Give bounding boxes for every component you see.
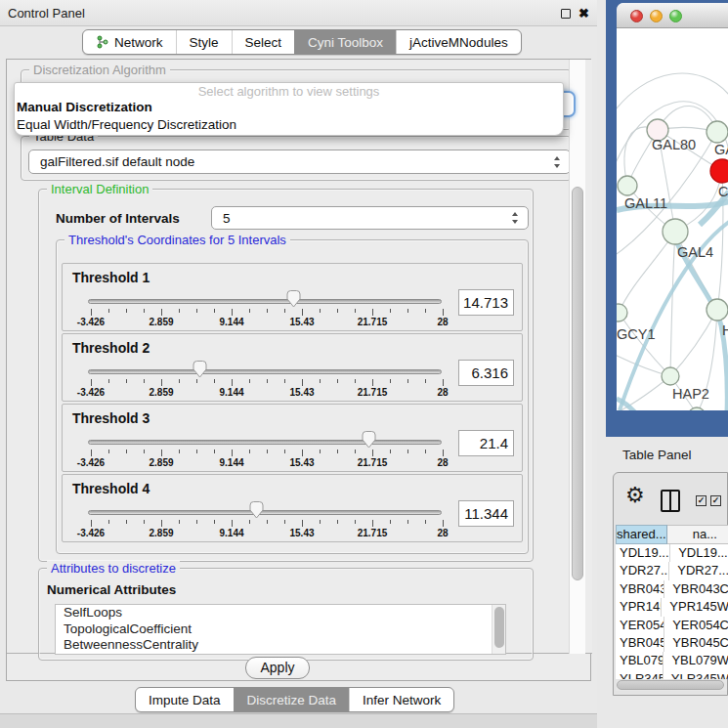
threshold-value-field[interactable]: 6.316 xyxy=(458,360,514,386)
table-horizontal-scrollbar[interactable] xyxy=(616,679,727,691)
cell-shared-name[interactable]: YBR043C xyxy=(616,580,664,598)
top-tab-bar: NetworkStyleSelectCyni ToolboxjActiveMNo… xyxy=(82,29,522,55)
checkbox-icon[interactable]: ✓ xyxy=(710,495,721,506)
threshold-slider-thumb[interactable] xyxy=(286,290,301,308)
tick-mark xyxy=(144,450,145,453)
cell-name[interactable]: YBL079W xyxy=(664,652,728,669)
numerical-attributes-list[interactable]: SelfLoopsTopologicalCoefficientBetweenne… xyxy=(55,604,506,655)
cell-shared-name[interactable]: YDL19... xyxy=(616,544,670,562)
table-row[interactable]: YBR045CYBR045C xyxy=(616,634,728,652)
tick-label: 28 xyxy=(437,317,448,327)
threshold-slider-thumb[interactable] xyxy=(193,361,207,378)
tick-mark xyxy=(108,520,109,524)
tab-infer-network[interactable]: Infer Network xyxy=(349,688,453,711)
table-row[interactable]: YPR145WYPR145W xyxy=(616,598,728,616)
cell-name[interactable]: YER054C xyxy=(664,617,728,634)
threshold-coordinates-group-title: Threshold's Coordinates for 5 Intervals xyxy=(64,233,290,247)
attribute-list-scrollbar[interactable] xyxy=(492,605,506,654)
cell-name[interactable]: YPR145W xyxy=(662,598,728,616)
cell-name[interactable]: YDL19... xyxy=(670,544,728,562)
control-panel-titlebar: Control Panel ✖ xyxy=(0,0,597,26)
scrollbar-thumb[interactable] xyxy=(617,680,724,690)
scrollbar-thumb[interactable] xyxy=(572,187,583,580)
network-node-red[interactable] xyxy=(710,159,728,183)
tab-jactivemnodules[interactable]: jActiveMNodules xyxy=(396,30,521,54)
minimize-traffic-light[interactable] xyxy=(650,10,663,22)
column-header-shared-name[interactable]: shared... xyxy=(616,525,667,544)
threshold-label: Threshold 1 xyxy=(72,270,150,285)
cell-shared-name[interactable]: YPR145W xyxy=(616,598,662,616)
attribute-list-item[interactable]: SelfLoops xyxy=(56,605,505,621)
network-edge[interactable] xyxy=(670,310,717,376)
apply-button[interactable]: Apply xyxy=(245,657,310,679)
checkbox-icon[interactable]: ✓ xyxy=(696,495,707,506)
tab-style[interactable]: Style xyxy=(176,30,232,54)
threshold-value-field[interactable]: 14.713 xyxy=(458,289,514,316)
close-icon[interactable]: ✖ xyxy=(578,0,589,26)
table-row[interactable]: YBR043CYBR043C xyxy=(616,580,728,598)
table-row[interactable]: YBL079WYBL079W xyxy=(616,652,728,669)
combo-arrows-icon xyxy=(512,212,519,224)
column-header-name[interactable]: na... xyxy=(667,525,728,544)
table-row[interactable]: YER054CYER054C xyxy=(616,617,728,634)
network-node-green[interactable] xyxy=(618,176,637,195)
threshold-value-field[interactable]: 11.344 xyxy=(458,500,514,527)
table-row[interactable]: YDR27...YDR27... xyxy=(616,562,728,579)
threshold-slider-track[interactable] xyxy=(88,369,442,374)
table-data-combo[interactable]: galFiltered.sif default node xyxy=(28,150,571,174)
network-canvas[interactable]: GAL80GACGAL11GAL4GCY1HHAP2 xyxy=(617,28,728,410)
tick-mark xyxy=(267,520,268,524)
network-node-green[interactable] xyxy=(663,219,688,244)
network-window: GAL80GACGAL11GAL4GCY1HHAP2 xyxy=(606,0,728,437)
threshold-slider-thumb[interactable] xyxy=(249,501,264,519)
number-of-intervals-value: 5 xyxy=(223,207,231,230)
settings-vertical-scrollbar[interactable] xyxy=(569,60,585,654)
cell-name[interactable]: YBR043C xyxy=(664,580,728,598)
network-node-green[interactable] xyxy=(707,121,728,143)
attribute-list-item[interactable]: BetweennessCentrality xyxy=(56,637,505,654)
tab-discretize-data[interactable]: Discretize Data xyxy=(234,688,350,711)
tab-network[interactable]: Network xyxy=(83,30,176,54)
window-title: Control Panel xyxy=(8,0,85,26)
tab-cyni-toolbox[interactable]: Cyni Toolbox xyxy=(294,30,396,54)
threshold-slider-track[interactable] xyxy=(88,510,442,515)
zoom-traffic-light[interactable] xyxy=(669,10,682,22)
threshold-slider-track[interactable] xyxy=(88,299,442,304)
popup-option[interactable]: Manual Discretization xyxy=(15,99,563,116)
tick-mark xyxy=(390,379,391,383)
tab-select[interactable]: Select xyxy=(232,30,295,54)
close-traffic-light[interactable] xyxy=(630,10,643,22)
cell-shared-name[interactable]: YLR345W xyxy=(616,670,664,679)
cell-shared-name[interactable]: YBL079W xyxy=(616,652,664,669)
node-label: GCY1 xyxy=(617,326,656,342)
cell-name[interactable]: YLR345W xyxy=(664,670,728,679)
number-of-intervals-combo[interactable]: 5 xyxy=(211,206,529,230)
threshold-slider-thumb[interactable] xyxy=(362,431,376,449)
network-edge[interactable] xyxy=(617,73,728,116)
cell-shared-name[interactable]: YER054C xyxy=(616,617,664,634)
network-node-green[interactable] xyxy=(707,299,728,321)
cell-shared-name[interactable]: YBR045C xyxy=(616,634,664,652)
table-row[interactable]: YDL19...YDL19... xyxy=(616,544,728,562)
float-window-icon[interactable] xyxy=(561,9,571,19)
tab-impute-data[interactable]: Impute Data xyxy=(136,688,234,711)
network-node-green[interactable] xyxy=(688,407,706,410)
split-column-icon[interactable] xyxy=(661,490,680,512)
cell-name[interactable]: YDR27... xyxy=(669,562,728,579)
cell-shared-name[interactable]: YDR27... xyxy=(616,562,669,579)
network-edge[interactable] xyxy=(670,232,675,376)
scrollbar-thumb[interactable] xyxy=(494,607,504,648)
threshold-slider-track[interactable] xyxy=(88,440,442,445)
tick-mark xyxy=(196,520,197,524)
network-window-titlebar[interactable] xyxy=(617,3,728,28)
table-row[interactable]: YLR345WYLR345W xyxy=(616,670,728,679)
popup-option[interactable]: Equal Width/Frequency Discretization xyxy=(15,116,563,134)
network-node-green[interactable] xyxy=(662,367,679,385)
tick-mark xyxy=(302,379,303,386)
node-table[interactable]: shared...na...YDL19...YDL19...YDR27...YD… xyxy=(616,525,728,679)
network-node-green[interactable] xyxy=(617,304,627,321)
attribute-list-item[interactable]: TopologicalCoefficient xyxy=(56,621,505,638)
threshold-value-field[interactable]: 21.4 xyxy=(458,430,514,456)
cell-name[interactable]: YBR045C xyxy=(664,634,728,652)
gear-icon[interactable]: ⚙ xyxy=(625,483,645,508)
